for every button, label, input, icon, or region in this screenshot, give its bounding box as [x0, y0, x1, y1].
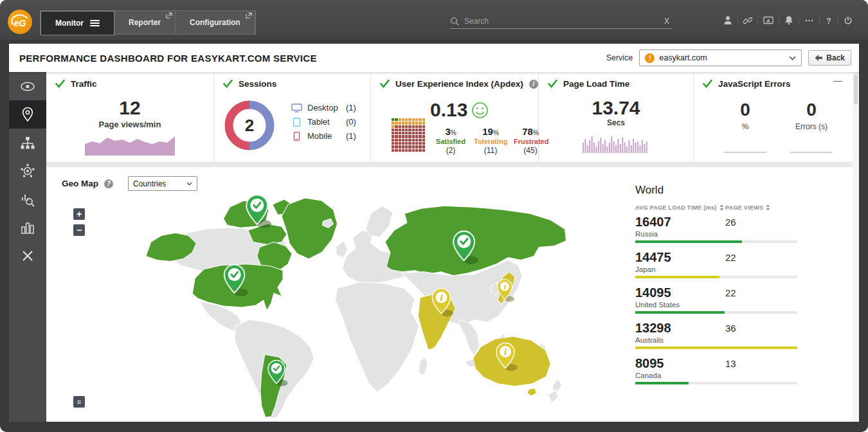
- row-bar-fill: [635, 240, 742, 243]
- row-load-time: 16407: [635, 215, 725, 230]
- apdex-cell: [395, 145, 397, 148]
- map-zoom-out-button[interactable]: −: [73, 224, 85, 236]
- geo-help-icon[interactable]: ?: [104, 179, 113, 188]
- apdex-cell: [415, 122, 418, 124]
- row-bar-fill: [635, 311, 725, 314]
- sidebar-item-geo[interactable]: [9, 100, 46, 129]
- power-icon[interactable]: [838, 16, 858, 25]
- apdex-cell: [408, 122, 411, 124]
- tab-reporter[interactable]: Reporter: [114, 11, 176, 34]
- metric-js-errors: JavaScript Errors 0 % 0 Errors (s): [694, 72, 853, 162]
- apdex-grid: [392, 118, 425, 152]
- sidebar-item-metric-search[interactable]: [9, 185, 46, 213]
- back-label: Back: [826, 53, 845, 62]
- legend-count: (1): [346, 103, 356, 113]
- world-row-united-states[interactable]: 1409522United States: [635, 285, 797, 314]
- service-dropdown[interactable]: ! easykart.com: [639, 50, 802, 66]
- vertical-scrollbar[interactable]: [853, 72, 859, 422]
- legend-tablet: Tablet (0): [291, 117, 356, 127]
- sidebar-item-reports[interactable]: [9, 213, 46, 242]
- page-title: PERFORMANCE DASHBOARD FOR EASYKART.COM S…: [9, 53, 317, 64]
- chart-magnifier-icon: [21, 192, 35, 207]
- external-link-icon: [166, 12, 172, 19]
- back-button[interactable]: Back: [808, 50, 851, 66]
- bell-icon[interactable]: [779, 15, 799, 25]
- geo-mode-dropdown[interactable]: Countries: [128, 176, 197, 191]
- legend-mobile: Mobile (1): [291, 131, 356, 141]
- world-row-austrails[interactable]: 1329836Austrails: [635, 321, 797, 349]
- world-map[interactable]: i: [54, 192, 620, 418]
- apdex-cell: [399, 129, 401, 131]
- sidebar-item-components[interactable]: [9, 157, 46, 185]
- user-icon[interactable]: [718, 15, 738, 25]
- sidebar-item-topology[interactable]: [9, 129, 46, 157]
- legend-count: (0): [346, 117, 356, 127]
- screen-annotation-icon[interactable]: A: [758, 16, 779, 25]
- scrollbar-thumb[interactable]: [854, 75, 858, 104]
- apdex-cell: [395, 132, 397, 134]
- world-row-canada[interactable]: 809513Canada: [635, 356, 797, 384]
- sessions-donut-chart: 2: [223, 99, 276, 152]
- apdex-cell: [419, 139, 421, 141]
- tab-configuration[interactable]: Configuration: [176, 11, 255, 34]
- apdex-cell: [422, 132, 425, 134]
- metric-title: Sessions: [239, 79, 276, 89]
- apdex-cell: [422, 129, 425, 131]
- apdex-cell: [402, 139, 404, 141]
- row-bar-track: [635, 240, 797, 243]
- map-legend-button[interactable]: ≡: [73, 396, 85, 408]
- tab-monitor[interactable]: Monitor: [41, 11, 114, 35]
- topbar: eG Monitor Reporter Configuration: [0, 0, 868, 40]
- eg-logo[interactable]: eG: [8, 10, 32, 34]
- apdex-cell: [415, 142, 418, 145]
- help-icon[interactable]: ?: [820, 16, 838, 25]
- apdex-cell: [399, 142, 401, 145]
- world-list-panel: World AVG PAGE LOAD TIME (ms) PAGE VIEWS: [635, 167, 797, 418]
- apdex-cell: [399, 118, 401, 121]
- apdex-cell: [392, 129, 394, 131]
- apdex-cell: [402, 145, 404, 148]
- col-page-views[interactable]: PAGE VIEWS: [725, 204, 770, 211]
- metric-title: Page Load Time: [563, 79, 629, 89]
- row-bar-fill: [635, 346, 797, 349]
- main-tabs: Monitor Reporter Configuration: [40, 10, 256, 35]
- apdex-cell: [402, 129, 404, 131]
- apdex-cell: [405, 139, 408, 141]
- more-options-icon[interactable]: [799, 16, 820, 25]
- search-clear-icon[interactable]: X: [662, 17, 672, 26]
- content-area: PERFORMANCE DASHBOARD FOR EASYKART.COM S…: [9, 44, 859, 422]
- apdex-cell: [392, 118, 394, 121]
- apdex-tolerating: 19% Tolerating (11): [474, 126, 507, 155]
- info-icon[interactable]: i: [529, 80, 538, 89]
- apdex-cell: [392, 139, 394, 141]
- apdex-cell: [408, 142, 411, 145]
- location-pin-icon: [21, 107, 34, 122]
- apdex-cell: [402, 132, 404, 134]
- map-zoom-in-button[interactable]: +: [73, 208, 85, 220]
- menu-icon[interactable]: [90, 19, 100, 28]
- row-bar-track: [635, 346, 797, 349]
- col-avg-page-load[interactable]: AVG PAGE LOAD TIME (ms): [635, 204, 725, 211]
- row-page-views: 22: [725, 287, 736, 298]
- world-rows: 1640726Russia1447522Japan1409522United S…: [635, 215, 797, 392]
- apdex-cell: [408, 149, 411, 152]
- world-row-japan[interactable]: 1447522Japan: [635, 250, 797, 278]
- world-row-russia[interactable]: 1640726Russia: [635, 215, 797, 243]
- check-icon: [55, 80, 65, 88]
- row-country: Russia: [635, 230, 797, 238]
- sort-icon: [719, 204, 724, 211]
- apdex-cell: [419, 135, 421, 138]
- metric-traffic: Traffic 12 Page views/min: [46, 72, 214, 162]
- dashboard-main: — Traffic 12 Page views/min: [46, 72, 853, 422]
- apdex-cell: [405, 149, 408, 152]
- link-icon[interactable]: [738, 16, 758, 25]
- apdex-cell: [405, 122, 408, 124]
- sidebar-item-close[interactable]: [9, 242, 46, 270]
- apdex-cell: [399, 135, 401, 138]
- apdex-cell: [422, 139, 425, 141]
- apdex-cell: [412, 135, 415, 138]
- sidebar-item-overview[interactable]: [9, 72, 46, 100]
- sessions-total: 2: [245, 116, 254, 135]
- row-bar-track: [635, 382, 797, 384]
- search-input[interactable]: [463, 16, 658, 26]
